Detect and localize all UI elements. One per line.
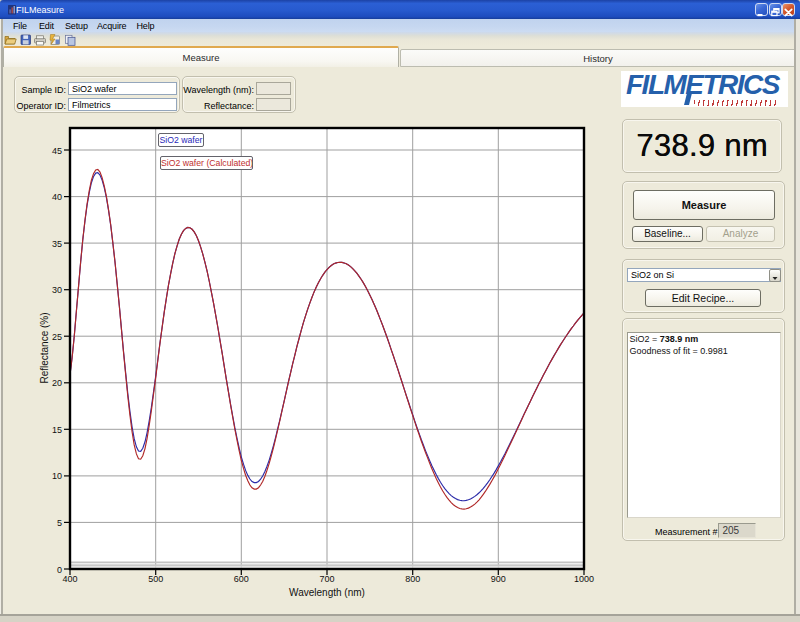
svg-text:5: 5 [57, 518, 62, 528]
svg-text:400: 400 [62, 574, 77, 584]
svg-text:600: 600 [234, 574, 249, 584]
svg-text:30: 30 [52, 285, 62, 295]
svg-text:25: 25 [52, 332, 62, 342]
svg-text:Wavelength (nm): Wavelength (nm) [289, 587, 365, 598]
svg-text:1000: 1000 [574, 574, 594, 584]
svg-text:45: 45 [52, 146, 62, 156]
svg-text:35: 35 [52, 239, 62, 249]
svg-text:10: 10 [52, 471, 62, 481]
svg-text:0: 0 [57, 565, 62, 575]
svg-text:40: 40 [52, 192, 62, 202]
svg-text:900: 900 [491, 574, 506, 584]
svg-text:15: 15 [52, 425, 62, 435]
svg-text:500: 500 [148, 574, 163, 584]
svg-text:800: 800 [405, 574, 420, 584]
svg-text:20: 20 [52, 378, 62, 388]
svg-text:Reflectance (%): Reflectance (%) [39, 312, 50, 383]
svg-text:700: 700 [319, 574, 334, 584]
